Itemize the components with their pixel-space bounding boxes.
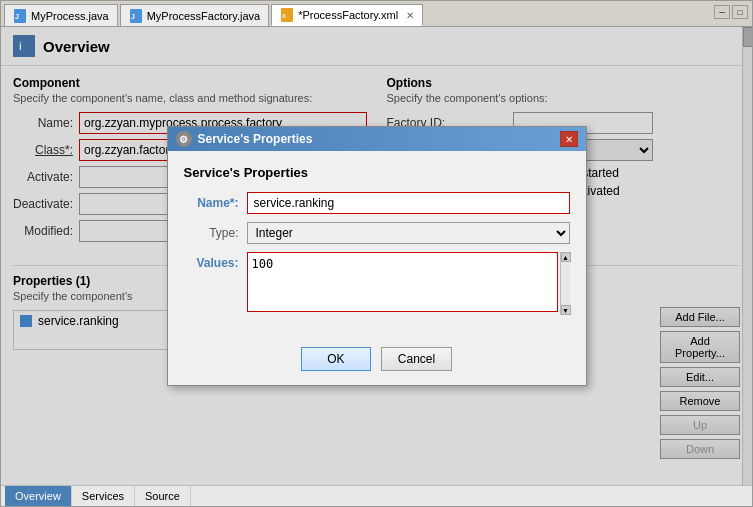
bottom-tab-services-label: Services <box>82 490 124 502</box>
tab-myprocessfactory-java[interactable]: J MyProcessFactory.java <box>120 4 270 26</box>
svg-text:X: X <box>282 13 286 19</box>
modal-type-row: Type: Boolean Byte Char Double Float Int… <box>184 222 570 244</box>
window-controls: ─ □ <box>714 5 748 19</box>
modal-values-row: Values: 100 ▲ ▼ <box>184 252 570 315</box>
tab-bar: J MyProcess.java J MyProcessFactory.java… <box>1 1 752 27</box>
bottom-tab-overview[interactable]: Overview <box>5 486 72 506</box>
modal-type-label: Type: <box>184 226 239 240</box>
modal-titlebar: ⚙ Service's Properties ✕ <box>168 127 586 151</box>
scroll-up-icon[interactable]: ▲ <box>561 252 571 262</box>
modal-body: Service's Properties Name*: Type: Boolea… <box>168 151 586 337</box>
tab-myprocess-java[interactable]: J MyProcess.java <box>4 4 118 26</box>
tab1-label: MyProcess.java <box>31 10 109 22</box>
bottom-tab-overview-label: Overview <box>15 490 61 502</box>
maximize-button[interactable]: □ <box>732 5 748 19</box>
tab2-label: MyProcessFactory.java <box>147 10 261 22</box>
modal-type-select[interactable]: Boolean Byte Char Double Float Integer L… <box>247 222 570 244</box>
modal-close-button[interactable]: ✕ <box>560 131 578 147</box>
modal-cancel-button[interactable]: Cancel <box>381 347 452 371</box>
tab-processfactory-xml[interactable]: X *ProcessFactory.xml ✕ <box>271 4 423 26</box>
svg-text:J: J <box>131 13 135 20</box>
modal-values-label: Values: <box>184 256 239 270</box>
java-file-icon2: J <box>129 9 143 23</box>
bottom-tab-services[interactable]: Services <box>72 486 135 506</box>
bottom-tab-source[interactable]: Source <box>135 486 191 506</box>
main-content: i Overview Component Specify the compone… <box>1 27 752 485</box>
scroll-down-icon[interactable]: ▼ <box>561 305 571 315</box>
values-scrollbar[interactable]: ▲ ▼ <box>560 252 570 315</box>
modal-footer: OK Cancel <box>168 337 586 385</box>
minimize-button[interactable]: ─ <box>714 5 730 19</box>
modal-name-input[interactable] <box>247 192 570 214</box>
modal-title-left: ⚙ Service's Properties <box>176 131 313 147</box>
modal-values-textarea[interactable]: 100 <box>247 252 558 312</box>
tab3-close-icon[interactable]: ✕ <box>406 10 414 21</box>
modal-name-row: Name*: <box>184 192 570 214</box>
modal-overlay: ⚙ Service's Properties ✕ Service's Prope… <box>1 27 752 485</box>
services-properties-modal: ⚙ Service's Properties ✕ Service's Prope… <box>167 126 587 386</box>
main-window: J MyProcess.java J MyProcessFactory.java… <box>0 0 753 507</box>
java-file-icon: J <box>13 9 27 23</box>
modal-ok-button[interactable]: OK <box>301 347 371 371</box>
gear-icon: ⚙ <box>176 131 192 147</box>
svg-text:J: J <box>15 13 19 20</box>
bottom-tab-source-label: Source <box>145 490 180 502</box>
modal-name-label: Name*: <box>184 196 239 210</box>
xml-file-icon: X <box>280 8 294 22</box>
modal-title: Service's Properties <box>198 132 313 146</box>
tab3-label: *ProcessFactory.xml <box>298 9 398 21</box>
bottom-tab-bar: Overview Services Source <box>1 485 752 506</box>
modal-values-wrapper: 100 ▲ ▼ <box>247 252 570 315</box>
modal-section-title: Service's Properties <box>184 165 570 180</box>
